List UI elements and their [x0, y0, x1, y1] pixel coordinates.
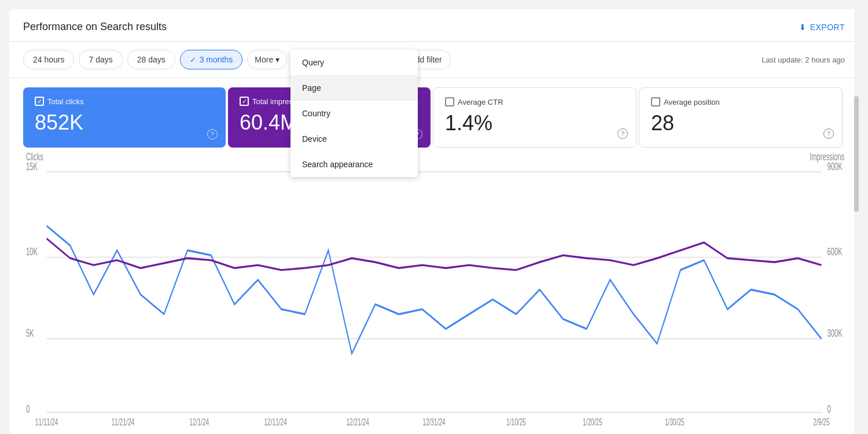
svg-text:0: 0 — [26, 403, 30, 415]
performance-card: Performance on Search results ⬇ EXPORT 2… — [9, 9, 859, 434]
chart-container: 15K 10K 5K 0 Clicks 900K 600K 300K 0 Imp… — [9, 148, 859, 434]
main-container: Performance on Search results ⬇ EXPORT 2… — [0, 0, 868, 434]
help-icon-ctr[interactable]: ? — [617, 128, 628, 139]
scrollbar[interactable] — [854, 9, 859, 434]
svg-text:300K: 300K — [827, 327, 843, 339]
active-check-icon: ✓ — [190, 56, 196, 64]
time-filter-24h[interactable]: 24 hours — [23, 50, 74, 69]
export-icon: ⬇ — [799, 23, 807, 32]
metric-average-ctr[interactable]: Average CTR 1.4% ? — [433, 87, 637, 148]
metrics-row: Total clicks 852K ? Total impressions 60… — [9, 78, 859, 148]
performance-chart: 15K 10K 5K 0 Clicks 900K 600K 300K 0 Imp… — [23, 152, 845, 427]
help-icon-position[interactable]: ? — [823, 128, 834, 139]
metric-label-row-position: Average position — [651, 97, 830, 106]
svg-text:1/30/25: 1/30/25 — [665, 416, 685, 427]
metric-value-position: 28 — [651, 111, 830, 135]
metric-label-position: Average position — [664, 98, 720, 106]
svg-text:11/11/24: 11/11/24 — [35, 416, 58, 427]
svg-text:2/9/25: 2/9/25 — [813, 416, 829, 427]
toolbar: 24 hours 7 days 28 days ✓ 3 months More … — [9, 42, 859, 78]
metric-average-position[interactable]: Average position 28 ? — [639, 87, 843, 148]
svg-text:Clicks: Clicks — [26, 152, 43, 162]
metric-label-ctr: Average CTR — [458, 98, 503, 106]
metric-value-ctr: 1.4% — [445, 111, 624, 135]
svg-text:1/10/25: 1/10/25 — [506, 416, 526, 427]
svg-text:600K: 600K — [827, 245, 843, 258]
dropdown-item-country[interactable]: Country — [290, 101, 418, 126]
svg-text:5K: 5K — [26, 327, 34, 339]
help-icon-clicks[interactable]: ? — [207, 129, 218, 139]
chevron-down-icon: ▾ — [275, 55, 279, 64]
metric-label-row-clicks: Total clicks — [35, 97, 214, 106]
svg-text:1/20/25: 1/20/25 — [583, 416, 602, 427]
metric-total-clicks[interactable]: Total clicks 852K ? — [23, 87, 226, 148]
metric-checkbox-impressions[interactable] — [240, 97, 249, 106]
dropdown-item-query[interactable]: Query — [290, 50, 418, 75]
dropdown-menu: Query Page Country Device Search appeara… — [290, 50, 418, 177]
time-filter-3m[interactable]: ✓ 3 months — [180, 50, 242, 69]
time-filter-28d[interactable]: 28 days — [127, 50, 175, 69]
svg-text:Impressions: Impressions — [810, 152, 844, 162]
card-header: Performance on Search results ⬇ EXPORT — [9, 9, 859, 42]
scrollbar-thumb[interactable] — [854, 96, 859, 212]
time-filter-7d[interactable]: 7 days — [79, 50, 122, 69]
metric-label-clicks: Total clicks — [47, 97, 84, 106]
more-button[interactable]: More ▾ — [247, 50, 287, 69]
metric-value-clicks: 852K — [35, 111, 214, 135]
svg-text:12/21/24: 12/21/24 — [346, 416, 369, 427]
metric-label-row-ctr: Average CTR — [445, 97, 624, 106]
svg-text:12/11/24: 12/11/24 — [264, 416, 287, 427]
page-title: Performance on Search results — [23, 21, 167, 33]
svg-text:12/1/24: 12/1/24 — [189, 416, 209, 427]
metric-checkbox-position[interactable] — [651, 97, 660, 106]
metric-checkbox-clicks[interactable] — [35, 97, 44, 106]
metric-checkbox-ctr[interactable] — [445, 97, 454, 106]
dropdown-item-page[interactable]: Page — [290, 75, 418, 101]
dropdown-item-search-appearance[interactable]: Search appearance — [290, 152, 418, 177]
svg-text:10K: 10K — [26, 245, 38, 258]
dropdown-item-device[interactable]: Device — [290, 126, 418, 152]
last-update-label: Last update: 2 hours ago — [762, 56, 845, 64]
svg-text:12/31/24: 12/31/24 — [422, 416, 446, 427]
svg-text:11/21/24: 11/21/24 — [112, 416, 135, 427]
svg-text:0: 0 — [827, 403, 831, 415]
export-button[interactable]: ⬇ EXPORT — [799, 23, 845, 32]
